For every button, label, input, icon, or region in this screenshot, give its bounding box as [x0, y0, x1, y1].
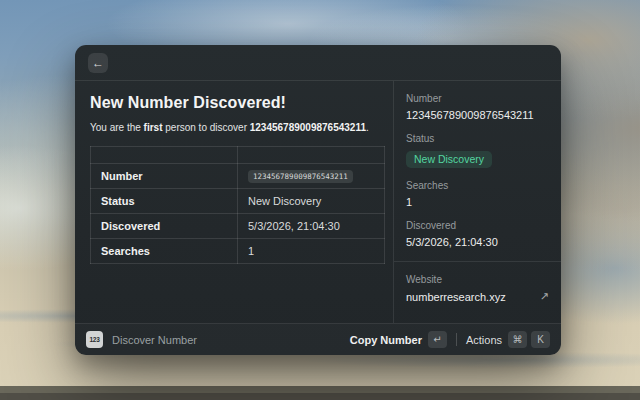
copy-number-button[interactable]: Copy Number ↵	[350, 331, 447, 348]
back-icon: ←	[92, 56, 104, 70]
table-header-cell	[91, 147, 238, 164]
table-row: Status New Discovery	[91, 189, 385, 214]
metadata-label: Status	[406, 133, 549, 144]
table-row: Searches 1	[91, 239, 385, 264]
metadata-value: 5/3/2026, 21:04:30	[406, 236, 549, 248]
app-window: ← New Number Discovered! You are the fir…	[75, 45, 561, 355]
open-in-browser-icon: ↗	[540, 290, 549, 303]
message-number: 123456789009876543211	[250, 122, 366, 133]
actions-button[interactable]: Actions ⌘ K	[466, 331, 550, 348]
message-bold-word: first	[144, 122, 163, 133]
page-title: New Number Discovered!	[90, 94, 385, 112]
metadata-label: Searches	[406, 180, 549, 191]
row-value: 1	[238, 239, 385, 264]
metadata-label: Number	[406, 93, 549, 104]
website-link[interactable]: numberresearch.xyz ↗	[406, 290, 549, 303]
k-key-badge: K	[531, 331, 550, 348]
metadata-label: Website	[406, 274, 549, 285]
details-table: Number 123456789009876543211 Status New …	[90, 146, 385, 264]
metadata-sidebar: Number 123456789009876543211 Status New …	[394, 81, 561, 323]
return-key-badge: ↵	[428, 331, 447, 348]
discovery-message: You are the first person to discover 123…	[90, 122, 385, 133]
message-text: .	[366, 122, 369, 133]
row-value: New Discovery	[238, 189, 385, 214]
main-content: New Number Discovered! You are the first…	[75, 81, 394, 323]
sidebar-divider	[394, 261, 561, 262]
metadata-value: 123456789009876543211	[406, 109, 549, 121]
copy-number-label: Copy Number	[350, 334, 422, 346]
number-code-badge: 123456789009876543211	[248, 170, 353, 183]
actions-label: Actions	[466, 334, 502, 346]
metadata-value: 1	[406, 196, 549, 208]
screen: ← New Number Discovered! You are the fir…	[0, 0, 640, 400]
row-value: 5/3/2026, 21:04:30	[238, 214, 385, 239]
command-name: Discover Number	[112, 334, 197, 346]
command-key-badge: ⌘	[508, 331, 527, 348]
row-label: Searches	[91, 239, 238, 264]
table-row: Discovered 5/3/2026, 21:04:30	[91, 214, 385, 239]
row-label: Number	[91, 164, 238, 189]
message-text: You are the	[90, 122, 144, 133]
row-label: Status	[91, 189, 238, 214]
row-label: Discovered	[91, 214, 238, 239]
footer-divider	[456, 333, 457, 346]
window-header: ←	[75, 45, 561, 81]
table-header-cell	[238, 147, 385, 164]
table-row: Number 123456789009876543211	[91, 164, 385, 189]
extension-icon: 123	[86, 331, 103, 348]
back-button[interactable]: ←	[88, 53, 108, 73]
table-header-row	[91, 147, 385, 164]
message-text: person to discover	[162, 122, 249, 133]
metadata-label: Discovered	[406, 220, 549, 231]
window-footer: 123 Discover Number Copy Number ↵ Action…	[75, 323, 561, 355]
window-body: New Number Discovered! You are the first…	[75, 81, 561, 323]
status-badge: New Discovery	[406, 151, 492, 168]
website-url: numberresearch.xyz	[406, 291, 506, 303]
